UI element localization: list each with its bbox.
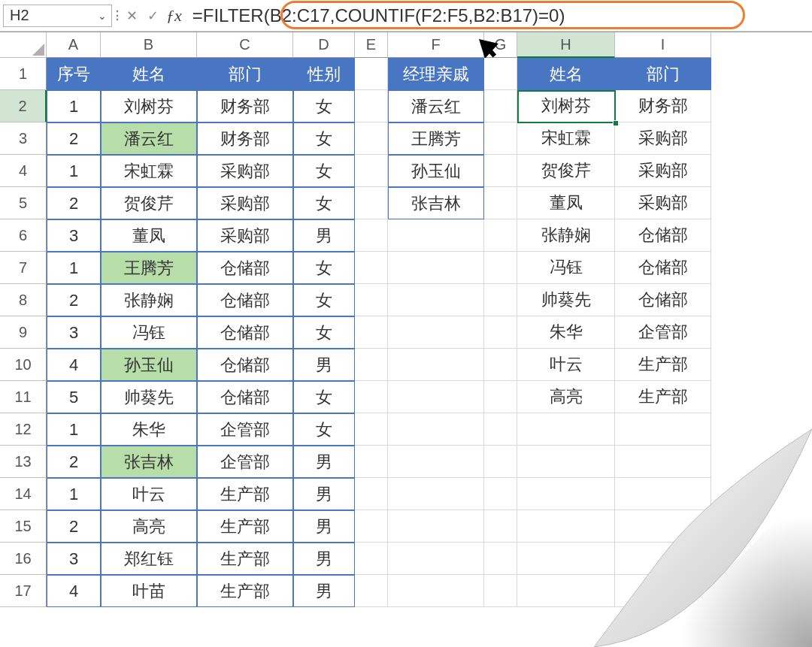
col-header-E[interactable]: E xyxy=(355,32,388,58)
cell-G7[interactable] xyxy=(484,252,517,284)
table2-dept[interactable]: 采购部 xyxy=(615,155,711,187)
col-header-D[interactable]: D xyxy=(293,32,355,58)
table1-header-name[interactable]: 姓名 xyxy=(101,58,197,90)
table1-header-seq[interactable]: 序号 xyxy=(47,58,101,90)
table2-header-name[interactable]: 姓名 xyxy=(517,58,615,90)
row-header-5[interactable]: 5 xyxy=(0,187,47,219)
table1-name[interactable]: 王腾芳 xyxy=(101,252,197,284)
cell-G11[interactable] xyxy=(484,381,517,413)
row-header-8[interactable]: 8 xyxy=(0,284,47,316)
row-header-9[interactable]: 9 xyxy=(0,316,47,349)
table2-name[interactable]: 张静娴 xyxy=(517,219,615,252)
table1-name[interactable]: 孙玉仙 xyxy=(101,349,197,381)
cell-G13[interactable] xyxy=(484,446,517,478)
table2-dept[interactable]: 采购部 xyxy=(615,122,711,155)
table1-dept[interactable]: 仓储部 xyxy=(197,316,293,349)
cell-E9[interactable] xyxy=(355,316,388,349)
row-header-15[interactable]: 15 xyxy=(0,510,47,543)
cell-F8[interactable] xyxy=(388,284,484,316)
cell-E14[interactable] xyxy=(355,478,388,510)
table2-dept[interactable]: 企管部 xyxy=(615,316,711,349)
row-header-3[interactable]: 3 xyxy=(0,122,47,155)
table1-seq[interactable]: 1 xyxy=(47,478,101,510)
tableF-value[interactable]: 潘云红 xyxy=(388,90,484,122)
cell-F6[interactable] xyxy=(388,219,484,252)
table1-seq[interactable]: 3 xyxy=(47,219,101,252)
table1-dept[interactable]: 仓储部 xyxy=(197,349,293,381)
formula-input[interactable]: =FILTER(B2:C17,COUNTIF(F2:F5,B2:B17)=0) xyxy=(185,4,812,28)
table1-name[interactable]: 叶云 xyxy=(101,478,197,510)
table1-dept[interactable]: 生产部 xyxy=(197,575,293,607)
table1-name[interactable]: 贺俊芹 xyxy=(101,187,197,219)
chevron-down-icon[interactable]: ⌄ xyxy=(98,10,107,22)
cell-E16[interactable] xyxy=(355,543,388,575)
cell-G10[interactable] xyxy=(484,349,517,381)
col-header-B[interactable]: B xyxy=(101,32,197,58)
cell-G8[interactable] xyxy=(484,284,517,316)
cell-G1[interactable] xyxy=(484,58,517,90)
name-box[interactable]: H2 ⌄ xyxy=(3,5,112,27)
cell-E12[interactable] xyxy=(355,413,388,446)
table1-seq[interactable]: 4 xyxy=(47,349,101,381)
table1-sex[interactable]: 女 xyxy=(293,155,355,187)
table1-dept[interactable]: 财务部 xyxy=(197,90,293,122)
table1-name[interactable]: 潘云红 xyxy=(101,122,197,155)
table2-dept[interactable]: 仓储部 xyxy=(615,284,711,316)
cell-G14[interactable] xyxy=(484,478,517,510)
table2-dept[interactable]: 生产部 xyxy=(615,349,711,381)
fill-handle[interactable] xyxy=(613,120,619,126)
table1-sex[interactable]: 女 xyxy=(293,284,355,316)
cell-E3[interactable] xyxy=(355,122,388,155)
table1-dept[interactable]: 财务部 xyxy=(197,122,293,155)
table1-seq[interactable]: 2 xyxy=(47,187,101,219)
table2-dept[interactable]: 生产部 xyxy=(615,381,711,413)
cell-E4[interactable] xyxy=(355,155,388,187)
cell-E13[interactable] xyxy=(355,446,388,478)
cell-G5[interactable] xyxy=(484,187,517,219)
table1-dept[interactable]: 生产部 xyxy=(197,478,293,510)
table1-seq[interactable]: 1 xyxy=(47,90,101,122)
cell-I16[interactable] xyxy=(615,543,711,575)
table2-name[interactable]: 冯钰 xyxy=(517,252,615,284)
table1-dept[interactable]: 仓储部 xyxy=(197,381,293,413)
cell-F11[interactable] xyxy=(388,381,484,413)
row-header-6[interactable]: 6 xyxy=(0,219,47,252)
cell-E15[interactable] xyxy=(355,510,388,543)
cancel-icon[interactable]: ✕ xyxy=(121,5,142,26)
cell-F9[interactable] xyxy=(388,316,484,349)
table1-dept[interactable]: 采购部 xyxy=(197,219,293,252)
cell-I17[interactable] xyxy=(615,575,711,607)
cell-H12[interactable] xyxy=(517,413,615,446)
table1-name[interactable]: 张静娴 xyxy=(101,284,197,316)
table2-name[interactable]: 叶云 xyxy=(517,349,615,381)
row-header-10[interactable]: 10 xyxy=(0,349,47,381)
table2-dept[interactable]: 采购部 xyxy=(615,187,711,219)
cell-F7[interactable] xyxy=(388,252,484,284)
cell-F13[interactable] xyxy=(388,446,484,478)
row-header-17[interactable]: 17 xyxy=(0,575,47,607)
cell-H13[interactable] xyxy=(517,446,615,478)
cell-H14[interactable] xyxy=(517,478,615,510)
cell-F16[interactable] xyxy=(388,543,484,575)
table1-name[interactable]: 郑红钰 xyxy=(101,543,197,575)
row-header-7[interactable]: 7 xyxy=(0,252,47,284)
row-header-12[interactable]: 12 xyxy=(0,413,47,446)
cell-G6[interactable] xyxy=(484,219,517,252)
cell-G12[interactable] xyxy=(484,413,517,446)
cell-H17[interactable] xyxy=(517,575,615,607)
cell-F17[interactable] xyxy=(388,575,484,607)
cell-E1[interactable] xyxy=(355,58,388,90)
table1-dept[interactable]: 企管部 xyxy=(197,413,293,446)
col-header-C[interactable]: C xyxy=(197,32,293,58)
cell-E7[interactable] xyxy=(355,252,388,284)
table1-seq[interactable]: 5 xyxy=(47,381,101,413)
table1-seq[interactable]: 2 xyxy=(47,122,101,155)
cell-F15[interactable] xyxy=(388,510,484,543)
row-header-4[interactable]: 4 xyxy=(0,155,47,187)
table1-seq[interactable]: 1 xyxy=(47,413,101,446)
table1-sex[interactable]: 女 xyxy=(293,381,355,413)
cell-I15[interactable] xyxy=(615,510,711,543)
tableF-value[interactable]: 张吉林 xyxy=(388,187,484,219)
fx-icon[interactable]: ƒx xyxy=(166,6,182,26)
cell-G16[interactable] xyxy=(484,543,517,575)
